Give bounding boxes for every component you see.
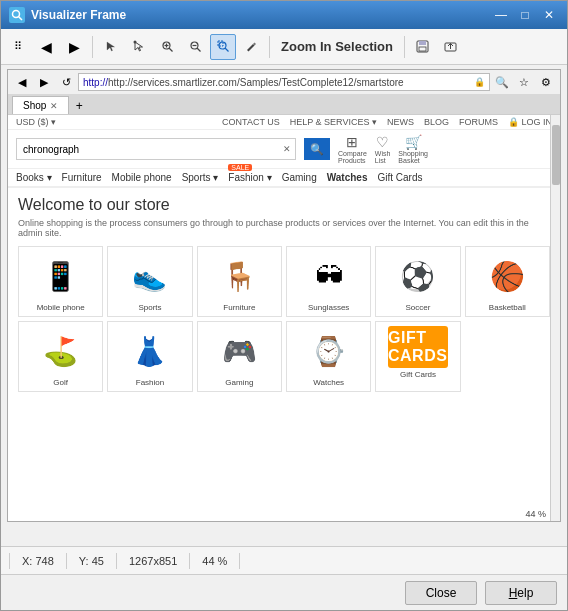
- product-mobile-phone[interactable]: 📱 Mobile phone: [18, 246, 103, 317]
- wishlist-label: WishList: [375, 150, 391, 164]
- svg-line-11: [225, 48, 229, 52]
- middle-section: ◀ ▶ ↺ http:// http://services.smartlizer…: [1, 65, 567, 546]
- close-dialog-button[interactable]: Close: [405, 581, 477, 605]
- site-currency-selector[interactable]: USD ($) ▾: [16, 117, 56, 127]
- svg-rect-15: [419, 47, 426, 51]
- basket-icon[interactable]: 🛒 ShoppingBasket: [398, 134, 428, 164]
- zoom-selection-button[interactable]: [210, 34, 236, 60]
- tab-label: Shop: [23, 100, 46, 111]
- sep1: [92, 36, 93, 58]
- nav-furniture[interactable]: Furniture: [62, 172, 102, 183]
- product-basketball-name: Basketball: [489, 303, 526, 312]
- product-basketball[interactable]: 🏀 Basketball: [465, 246, 550, 317]
- product-giftcards[interactable]: GIFT CARDS Gift Cards: [375, 321, 460, 392]
- product-furniture-image: 🪑: [209, 251, 269, 301]
- minimize-button[interactable]: —: [491, 5, 511, 25]
- nav-books[interactable]: Books ▾: [16, 172, 52, 183]
- edit-tool-button[interactable]: [238, 34, 264, 60]
- product-gaming-image: 🎮: [209, 326, 269, 376]
- product-giftcards-name: Gift Cards: [400, 370, 436, 379]
- sep2: [269, 36, 270, 58]
- contact-link[interactable]: CONTACT US: [222, 117, 280, 127]
- search-clear-button[interactable]: ✕: [279, 139, 295, 159]
- product-sunglasses[interactable]: 🕶 Sunglasses: [286, 246, 371, 317]
- search-submit-button[interactable]: 🔍: [304, 138, 330, 160]
- zoom-tool2-button[interactable]: [182, 34, 208, 60]
- wishlist-icon[interactable]: ♡ WishList: [375, 134, 391, 164]
- product-furniture-name: Furniture: [223, 303, 255, 312]
- heart-icon: ♡: [376, 134, 389, 150]
- sep3: [404, 36, 405, 58]
- site-top-nav-right: CONTACT US HELP & SERVICES ▾ NEWS BLOG F…: [222, 117, 552, 127]
- product-soccer[interactable]: ⚽ Soccer: [375, 246, 460, 317]
- nav-fashion[interactable]: SALE Fashion ▾: [228, 172, 271, 183]
- tab-close-icon[interactable]: ✕: [50, 101, 58, 111]
- browser-forward-button[interactable]: ▶: [34, 72, 54, 92]
- browser-tab-shop[interactable]: Shop ✕: [12, 96, 69, 114]
- nav-gaming[interactable]: Gaming: [282, 172, 317, 183]
- scrollbar-thumb[interactable]: [552, 125, 560, 185]
- compare-icon: ⊞: [346, 134, 358, 150]
- product-basketball-image: 🏀: [477, 251, 537, 301]
- site-main-nav: Books ▾ Furniture Mobile phone Sports ▾ …: [8, 169, 560, 188]
- compare-label: CompareProducts: [338, 150, 367, 164]
- x-label: X:: [22, 555, 32, 567]
- nav-sports[interactable]: Sports ▾: [182, 172, 219, 183]
- compare-products-icon[interactable]: ⊞ CompareProducts: [338, 134, 367, 164]
- zoom-tool1-button[interactable]: [154, 34, 180, 60]
- login-link[interactable]: 🔒 LOG IN: [508, 117, 552, 127]
- export-button[interactable]: [438, 34, 464, 60]
- product-sports[interactable]: 👟 Sports: [107, 246, 192, 317]
- product-mobile-phone-name: Mobile phone: [37, 303, 85, 312]
- back-button[interactable]: ◀: [33, 34, 59, 60]
- close-window-button[interactable]: ✕: [539, 5, 559, 25]
- news-link[interactable]: NEWS: [387, 117, 414, 127]
- y-coordinate: Y: 45: [67, 553, 117, 569]
- browser-back-button[interactable]: ◀: [12, 72, 32, 92]
- product-sunglasses-image: 🕶: [299, 251, 359, 301]
- product-gaming-name: Gaming: [225, 378, 253, 387]
- address-bar[interactable]: http:// http://services.smartlizer.com/S…: [78, 73, 490, 91]
- forums-link[interactable]: FORUMS: [459, 117, 498, 127]
- product-gaming[interactable]: 🎮 Gaming: [197, 321, 282, 392]
- product-fashion[interactable]: 👗 Fashion: [107, 321, 192, 392]
- select-tool-button[interactable]: [126, 34, 152, 60]
- product-watches[interactable]: ⌚ Watches: [286, 321, 371, 392]
- product-soccer-name: Soccer: [406, 303, 431, 312]
- product-fashion-name: Fashion: [136, 378, 164, 387]
- blog-link[interactable]: BLOG: [424, 117, 449, 127]
- browser-refresh-button[interactable]: ↺: [56, 72, 76, 92]
- store-description: Online shopping is the process consumers…: [18, 218, 550, 238]
- visualizer-window: Visualizer Frame — □ ✕ ⠿ ◀ ▶ Zoom: [0, 0, 568, 611]
- browser-chrome: ◀ ▶ ↺ http:// http://services.smartlizer…: [8, 70, 560, 115]
- help-button[interactable]: Help: [485, 581, 557, 605]
- product-watches-name: Watches: [313, 378, 344, 387]
- cursor-tool-button[interactable]: [98, 34, 124, 60]
- browser-star-button[interactable]: ☆: [514, 72, 534, 92]
- x-coordinate: X: 748: [9, 553, 67, 569]
- y-value: 45: [92, 555, 104, 567]
- new-tab-button[interactable]: +: [71, 98, 87, 114]
- svg-point-2: [133, 41, 136, 44]
- browser-scrollbar[interactable]: [550, 115, 560, 521]
- maximize-button[interactable]: □: [515, 5, 535, 25]
- nav-giftcards[interactable]: Gift Cards: [377, 172, 422, 183]
- search-wrapper: ✕: [16, 138, 296, 160]
- help-text: elp: [517, 586, 533, 600]
- app-icon: [9, 7, 25, 23]
- product-furniture[interactable]: 🪑 Furniture: [197, 246, 282, 317]
- svg-line-1: [19, 17, 23, 21]
- browser-settings-button[interactable]: ⚙: [536, 72, 556, 92]
- search-input[interactable]: [17, 139, 279, 159]
- browser-search-icon[interactable]: 🔍: [492, 72, 512, 92]
- currency-label[interactable]: USD ($) ▾: [16, 117, 56, 127]
- forward-button[interactable]: ▶: [61, 34, 87, 60]
- nav-watches[interactable]: Watches: [327, 172, 368, 183]
- product-golf[interactable]: ⛳ Golf: [18, 321, 103, 392]
- help-link[interactable]: HELP & SERVICES ▾: [290, 117, 377, 127]
- save-button[interactable]: [410, 34, 436, 60]
- title-bar: Visualizer Frame — □ ✕: [1, 1, 567, 29]
- product-mobile-phone-image: 📱: [31, 251, 91, 301]
- nav-mobile[interactable]: Mobile phone: [112, 172, 172, 183]
- product-giftcards-image: GIFT CARDS: [388, 326, 448, 368]
